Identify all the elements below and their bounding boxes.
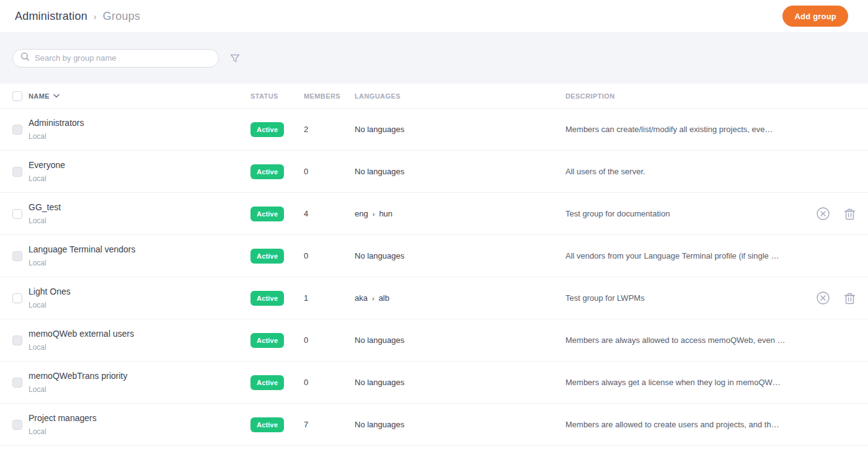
column-header-languages: LANGUAGES [355,92,565,100]
status-badge: Active [250,164,284,179]
description: Members are allowed to create users and … [565,420,796,429]
status-badge: Active [250,375,284,390]
row-checkbox [12,420,22,430]
column-header-members: MEMBERS [304,92,355,100]
description: Members are always allowed to access mem… [565,336,796,345]
languages: No languages [355,125,565,134]
table-row: memoQWebTrans priority Local Active 0 No… [0,362,868,404]
table-row: Project managers Local Active 7 No langu… [0,404,868,446]
row-checkbox [12,336,22,345]
description: All vendors from your Language Terminal … [565,251,796,260]
column-header-description: DESCRIPTION [565,92,796,100]
description: Members always get a license when they l… [565,378,796,387]
breadcrumb-chevron-icon: › [94,11,97,22]
members-count: 4 [304,209,355,218]
breadcrumb-administration[interactable]: Administration [15,10,87,23]
language-direction-icon: › [372,295,374,302]
status-badge: Active [250,291,284,306]
group-type: Local [29,175,250,182]
group-name[interactable]: Language Terminal vendors [29,245,250,254]
row-checkbox[interactable] [12,293,22,303]
filter-button[interactable] [229,53,241,64]
row-checkbox [12,251,22,261]
members-count: 7 [304,420,355,429]
search-box[interactable] [12,49,219,68]
languages: No languages [355,336,565,345]
x-circle-icon [816,291,830,305]
group-name[interactable]: GG_test [29,203,250,211]
x-circle-icon [816,207,830,221]
table-row: memoQWeb external users Local Active 0 N… [0,319,868,362]
languages: No languages [355,167,565,176]
search-input[interactable] [35,53,211,63]
breadcrumb-groups: Groups [103,10,140,23]
sort-chevron-down-icon [53,94,60,98]
group-type: Local [29,217,250,225]
row-checkbox [12,125,22,135]
language-target: alb [379,293,389,303]
row-checkbox[interactable] [12,209,22,219]
members-count: 0 [304,251,355,260]
status-badge: Active [250,249,284,264]
language-direction-icon: › [373,210,375,218]
table-row: Language Terminal vendors Local Active 0… [0,235,868,277]
languages: No languages [355,420,565,429]
group-type: Local [29,301,250,309]
language-source: eng [355,209,368,218]
languages: No languages [355,251,565,260]
breadcrumb: Administration › Groups [15,10,140,23]
deactivate-group-button[interactable] [816,207,830,221]
status-badge: Active [250,417,284,432]
description: Members can create/list/modify all exist… [565,125,796,134]
language-source: aka [355,293,368,303]
group-type: Local [29,344,250,351]
description: Test group for documentation [565,209,796,218]
group-name[interactable]: memoQWeb external users [29,329,250,338]
top-bar: Administration › Groups Add group [0,0,868,32]
languages: No languages [355,378,565,387]
status-badge: Active [250,122,284,137]
status-badge: Active [250,207,284,221]
add-group-button[interactable]: Add group [782,6,848,27]
delete-group-button[interactable] [844,208,856,220]
column-header-name[interactable]: NAME [29,92,250,100]
column-header-status: STATUS [250,92,304,100]
row-checkbox [12,378,22,388]
members-count: 0 [304,378,355,387]
group-type: Local [29,428,250,435]
group-name[interactable]: Light Ones [29,287,250,296]
deactivate-group-button[interactable] [816,291,830,305]
description: All users of the server. [565,167,796,176]
filter-funnel-icon [229,53,241,64]
select-all-checkbox[interactable] [12,91,22,101]
table-row: GG_test Local Active 4 eng › hun Test gr… [0,193,868,235]
trash-icon [844,292,856,305]
description: Test group for LWPMs [565,293,796,303]
group-type: Local [29,133,250,140]
status-badge: Active [250,333,284,348]
row-checkbox [12,167,22,177]
table-row: Everyone Local Active 0 No languages All… [0,151,868,193]
group-type: Local [29,386,250,393]
languages: eng › hun [355,209,565,218]
group-name[interactable]: Administrators [29,118,250,127]
members-count: 0 [304,336,355,345]
table-header: NAME STATUS MEMBERS LANGUAGES DESCRIPTIO… [0,84,868,109]
table-row: Light Ones Local Active 1 aka › alb Test… [0,277,868,319]
trash-icon [844,208,856,220]
group-name[interactable]: Everyone [29,161,250,169]
members-count: 1 [304,293,355,303]
members-count: 0 [304,167,355,176]
group-type: Local [29,259,250,267]
group-name[interactable]: Project managers [29,414,250,422]
search-icon [20,52,30,64]
languages: aka › alb [355,293,565,303]
search-section [0,32,868,84]
group-name[interactable]: memoQWebTrans priority [29,371,250,380]
delete-group-button[interactable] [844,292,856,305]
language-target: hun [379,209,392,218]
table-row: Administrators Local Active 2 No languag… [0,109,868,151]
members-count: 2 [304,125,355,134]
